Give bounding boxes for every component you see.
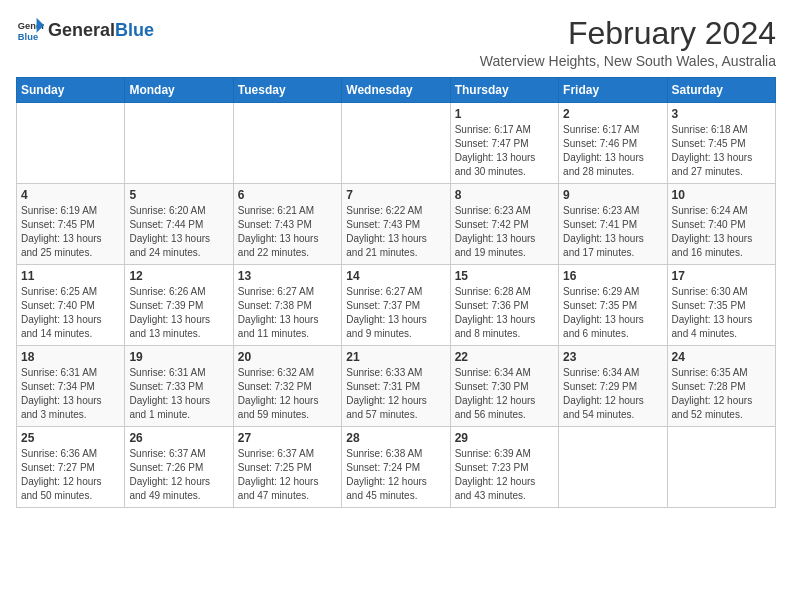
calendar-cell	[125, 103, 233, 184]
day-number: 9	[563, 188, 662, 202]
day-number: 10	[672, 188, 771, 202]
logo-blue: Blue	[115, 20, 154, 41]
calendar-cell: 20Sunrise: 6:32 AM Sunset: 7:32 PM Dayli…	[233, 346, 341, 427]
day-number: 28	[346, 431, 445, 445]
day-info: Sunrise: 6:26 AM Sunset: 7:39 PM Dayligh…	[129, 285, 228, 341]
day-number: 22	[455, 350, 554, 364]
day-number: 14	[346, 269, 445, 283]
calendar-week-4: 18Sunrise: 6:31 AM Sunset: 7:34 PM Dayli…	[17, 346, 776, 427]
title-area: February 2024 Waterview Heights, New Sou…	[480, 16, 776, 69]
calendar-cell: 17Sunrise: 6:30 AM Sunset: 7:35 PM Dayli…	[667, 265, 775, 346]
calendar-table: SundayMondayTuesdayWednesdayThursdayFrid…	[16, 77, 776, 508]
day-info: Sunrise: 6:37 AM Sunset: 7:26 PM Dayligh…	[129, 447, 228, 503]
calendar-cell: 26Sunrise: 6:37 AM Sunset: 7:26 PM Dayli…	[125, 427, 233, 508]
calendar-cell: 15Sunrise: 6:28 AM Sunset: 7:36 PM Dayli…	[450, 265, 558, 346]
day-info: Sunrise: 6:33 AM Sunset: 7:31 PM Dayligh…	[346, 366, 445, 422]
calendar-cell: 12Sunrise: 6:26 AM Sunset: 7:39 PM Dayli…	[125, 265, 233, 346]
day-number: 25	[21, 431, 120, 445]
day-number: 8	[455, 188, 554, 202]
day-number: 29	[455, 431, 554, 445]
day-number: 15	[455, 269, 554, 283]
main-title: February 2024	[480, 16, 776, 51]
day-number: 17	[672, 269, 771, 283]
calendar-week-3: 11Sunrise: 6:25 AM Sunset: 7:40 PM Dayli…	[17, 265, 776, 346]
calendar-cell: 29Sunrise: 6:39 AM Sunset: 7:23 PM Dayli…	[450, 427, 558, 508]
header: General Blue GeneralBlue February 2024 W…	[16, 16, 776, 69]
calendar-cell	[17, 103, 125, 184]
day-info: Sunrise: 6:32 AM Sunset: 7:32 PM Dayligh…	[238, 366, 337, 422]
subtitle: Waterview Heights, New South Wales, Aust…	[480, 53, 776, 69]
header-friday: Friday	[559, 78, 667, 103]
day-info: Sunrise: 6:19 AM Sunset: 7:45 PM Dayligh…	[21, 204, 120, 260]
day-info: Sunrise: 6:34 AM Sunset: 7:29 PM Dayligh…	[563, 366, 662, 422]
day-info: Sunrise: 6:29 AM Sunset: 7:35 PM Dayligh…	[563, 285, 662, 341]
day-info: Sunrise: 6:27 AM Sunset: 7:37 PM Dayligh…	[346, 285, 445, 341]
day-info: Sunrise: 6:22 AM Sunset: 7:43 PM Dayligh…	[346, 204, 445, 260]
day-info: Sunrise: 6:36 AM Sunset: 7:27 PM Dayligh…	[21, 447, 120, 503]
calendar-cell: 6Sunrise: 6:21 AM Sunset: 7:43 PM Daylig…	[233, 184, 341, 265]
calendar-cell: 16Sunrise: 6:29 AM Sunset: 7:35 PM Dayli…	[559, 265, 667, 346]
header-monday: Monday	[125, 78, 233, 103]
calendar-cell: 9Sunrise: 6:23 AM Sunset: 7:41 PM Daylig…	[559, 184, 667, 265]
day-info: Sunrise: 6:30 AM Sunset: 7:35 PM Dayligh…	[672, 285, 771, 341]
day-number: 18	[21, 350, 120, 364]
day-number: 5	[129, 188, 228, 202]
calendar-cell: 5Sunrise: 6:20 AM Sunset: 7:44 PM Daylig…	[125, 184, 233, 265]
day-info: Sunrise: 6:21 AM Sunset: 7:43 PM Dayligh…	[238, 204, 337, 260]
day-number: 11	[21, 269, 120, 283]
calendar-cell: 27Sunrise: 6:37 AM Sunset: 7:25 PM Dayli…	[233, 427, 341, 508]
day-number: 19	[129, 350, 228, 364]
day-number: 21	[346, 350, 445, 364]
day-info: Sunrise: 6:23 AM Sunset: 7:41 PM Dayligh…	[563, 204, 662, 260]
day-info: Sunrise: 6:38 AM Sunset: 7:24 PM Dayligh…	[346, 447, 445, 503]
day-number: 13	[238, 269, 337, 283]
day-info: Sunrise: 6:17 AM Sunset: 7:46 PM Dayligh…	[563, 123, 662, 179]
day-info: Sunrise: 6:37 AM Sunset: 7:25 PM Dayligh…	[238, 447, 337, 503]
calendar-week-1: 1Sunrise: 6:17 AM Sunset: 7:47 PM Daylig…	[17, 103, 776, 184]
calendar-week-2: 4Sunrise: 6:19 AM Sunset: 7:45 PM Daylig…	[17, 184, 776, 265]
header-thursday: Thursday	[450, 78, 558, 103]
day-info: Sunrise: 6:35 AM Sunset: 7:28 PM Dayligh…	[672, 366, 771, 422]
calendar-cell: 28Sunrise: 6:38 AM Sunset: 7:24 PM Dayli…	[342, 427, 450, 508]
day-number: 1	[455, 107, 554, 121]
day-info: Sunrise: 6:23 AM Sunset: 7:42 PM Dayligh…	[455, 204, 554, 260]
day-info: Sunrise: 6:34 AM Sunset: 7:30 PM Dayligh…	[455, 366, 554, 422]
calendar-cell: 25Sunrise: 6:36 AM Sunset: 7:27 PM Dayli…	[17, 427, 125, 508]
calendar-cell: 19Sunrise: 6:31 AM Sunset: 7:33 PM Dayli…	[125, 346, 233, 427]
calendar-cell: 14Sunrise: 6:27 AM Sunset: 7:37 PM Dayli…	[342, 265, 450, 346]
calendar-cell: 3Sunrise: 6:18 AM Sunset: 7:45 PM Daylig…	[667, 103, 775, 184]
day-number: 4	[21, 188, 120, 202]
day-info: Sunrise: 6:24 AM Sunset: 7:40 PM Dayligh…	[672, 204, 771, 260]
day-number: 27	[238, 431, 337, 445]
calendar-week-5: 25Sunrise: 6:36 AM Sunset: 7:27 PM Dayli…	[17, 427, 776, 508]
calendar-cell: 1Sunrise: 6:17 AM Sunset: 7:47 PM Daylig…	[450, 103, 558, 184]
day-info: Sunrise: 6:20 AM Sunset: 7:44 PM Dayligh…	[129, 204, 228, 260]
calendar-cell: 10Sunrise: 6:24 AM Sunset: 7:40 PM Dayli…	[667, 184, 775, 265]
day-info: Sunrise: 6:31 AM Sunset: 7:34 PM Dayligh…	[21, 366, 120, 422]
calendar-cell: 21Sunrise: 6:33 AM Sunset: 7:31 PM Dayli…	[342, 346, 450, 427]
calendar-cell: 8Sunrise: 6:23 AM Sunset: 7:42 PM Daylig…	[450, 184, 558, 265]
day-info: Sunrise: 6:28 AM Sunset: 7:36 PM Dayligh…	[455, 285, 554, 341]
calendar-cell	[667, 427, 775, 508]
calendar-cell: 24Sunrise: 6:35 AM Sunset: 7:28 PM Dayli…	[667, 346, 775, 427]
header-saturday: Saturday	[667, 78, 775, 103]
day-number: 3	[672, 107, 771, 121]
calendar-cell: 7Sunrise: 6:22 AM Sunset: 7:43 PM Daylig…	[342, 184, 450, 265]
calendar-cell: 11Sunrise: 6:25 AM Sunset: 7:40 PM Dayli…	[17, 265, 125, 346]
calendar-cell: 2Sunrise: 6:17 AM Sunset: 7:46 PM Daylig…	[559, 103, 667, 184]
calendar-cell	[559, 427, 667, 508]
calendar-cell: 4Sunrise: 6:19 AM Sunset: 7:45 PM Daylig…	[17, 184, 125, 265]
calendar-cell	[233, 103, 341, 184]
header-sunday: Sunday	[17, 78, 125, 103]
logo: General Blue GeneralBlue	[16, 16, 154, 44]
svg-text:Blue: Blue	[18, 32, 38, 42]
day-number: 26	[129, 431, 228, 445]
day-number: 6	[238, 188, 337, 202]
day-info: Sunrise: 6:18 AM Sunset: 7:45 PM Dayligh…	[672, 123, 771, 179]
day-number: 12	[129, 269, 228, 283]
logo-icon: General Blue	[16, 16, 44, 44]
day-number: 16	[563, 269, 662, 283]
day-info: Sunrise: 6:39 AM Sunset: 7:23 PM Dayligh…	[455, 447, 554, 503]
day-number: 24	[672, 350, 771, 364]
calendar-cell: 18Sunrise: 6:31 AM Sunset: 7:34 PM Dayli…	[17, 346, 125, 427]
